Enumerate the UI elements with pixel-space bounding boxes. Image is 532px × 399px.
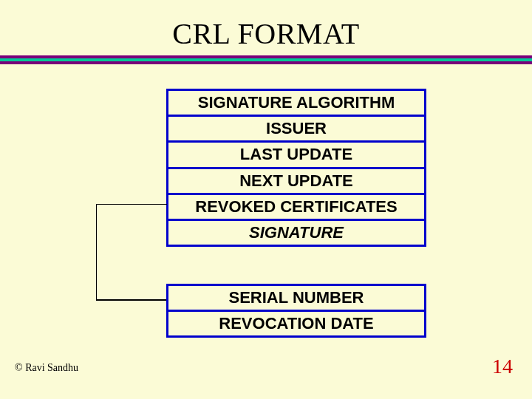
subfield-serial-number: SERIAL NUMBER xyxy=(166,284,426,312)
crl-fields-stack: SIGNATURE ALGORITHM ISSUER LAST UPDATE N… xyxy=(166,89,426,247)
field-signature-algorithm: SIGNATURE ALGORITHM xyxy=(166,89,426,117)
field-signature: SIGNATURE xyxy=(166,221,426,247)
page-number: 14 xyxy=(492,355,513,378)
field-issuer: ISSUER xyxy=(166,117,426,143)
title-divider xyxy=(0,55,532,64)
field-last-update: LAST UPDATE xyxy=(166,143,426,168)
field-next-update: NEXT UPDATE xyxy=(166,169,426,195)
connector-line xyxy=(96,204,167,338)
revoked-entry-stack: SERIAL NUMBER REVOCATION DATE xyxy=(166,284,426,338)
field-revoked-certificates: REVOKED CERTIFICATES xyxy=(166,195,426,221)
copyright-text: © Ravi Sandhu xyxy=(15,362,78,374)
subfield-revocation-date: REVOCATION DATE xyxy=(166,312,426,338)
page-title: CRL FORMAT xyxy=(0,0,532,55)
